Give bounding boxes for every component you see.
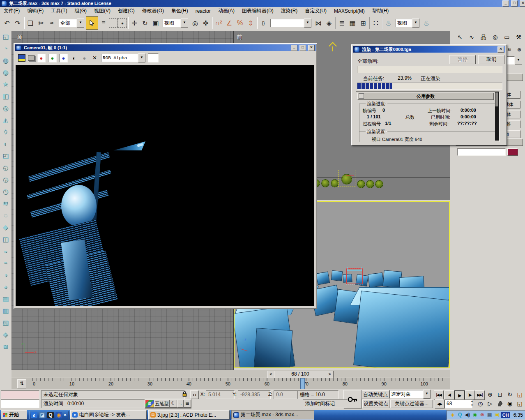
menu-item[interactable]: 修改器(O)	[138, 7, 168, 15]
left-toolbar-icon[interactable]: ≋	[0, 198, 11, 210]
selection-filter-dropdown[interactable]: 全部 ▼	[59, 19, 84, 27]
field-of-view-icon[interactable]: ▷	[486, 399, 495, 408]
undo-icon[interactable]: ↶	[2, 17, 12, 29]
selection-lock-icon[interactable]	[182, 391, 188, 397]
menu-item[interactable]: 创建(C)	[114, 7, 138, 15]
quicklaunch-ie-icon[interactable]: e	[31, 412, 37, 418]
chevron-down-icon[interactable]: ▼	[77, 18, 84, 28]
red-channel-button[interactable]: ●	[37, 54, 46, 62]
box-object-large[interactable]	[353, 291, 450, 368]
left-toolbar-icon[interactable]: ★	[0, 78, 11, 90]
render-type-dropdown[interactable]: 视图 ▼	[396, 19, 419, 27]
bind-to-spacewarp-icon[interactable]: ≈	[46, 17, 57, 29]
curve-editor-icon[interactable]: ▦	[347, 17, 358, 29]
vfb-maximize-button[interactable]: □	[299, 45, 306, 51]
set-key-mode-button[interactable]: 设置关键点	[362, 399, 389, 408]
redo-icon[interactable]: ↷	[12, 17, 23, 29]
command-panel-tab[interactable]: ∿	[467, 32, 477, 42]
render-progress-dialog[interactable]: 渲染 - 第二场景0000.tga ✕ 全部动画: 暂停 取消 当前任务: 23…	[351, 44, 507, 145]
left-toolbar-icon[interactable]: ◫	[0, 233, 11, 245]
time-slider-track[interactable]: < 68 / 100 >	[12, 370, 450, 378]
blue-channel-button[interactable]: ●	[59, 54, 68, 62]
time-configuration-icon[interactable]: ◷	[476, 399, 485, 408]
mini-curve-editor-button[interactable]: ⇅	[17, 379, 26, 388]
named-selection-sets-icon[interactable]: {}	[258, 17, 269, 29]
selection-region-icon[interactable]	[109, 18, 118, 28]
menu-item[interactable]: 帮助(H)	[368, 7, 393, 15]
ime-fullwidth-icon[interactable]: ☾	[170, 400, 177, 408]
menu-item[interactable]: MAXScript(M)	[330, 7, 368, 15]
quicklaunch-desktop-icon[interactable]: ◪	[39, 412, 46, 418]
time-slider-next-button[interactable]: >	[326, 371, 334, 378]
layer-manager-icon[interactable]: ≣	[336, 17, 347, 29]
angle-snap-icon[interactable]: ∠	[224, 17, 235, 29]
left-toolbar-icon[interactable]: ◵	[0, 162, 11, 174]
maxscript-mini-listener-white[interactable]	[1, 399, 39, 408]
quicklaunch-qq-icon[interactable]: Q	[47, 412, 54, 418]
gear-object[interactable]	[357, 180, 365, 188]
y-coordinate-field[interactable]: -928.385	[238, 390, 271, 399]
go-to-end-button[interactable]: ▶▶|	[475, 390, 485, 400]
add-time-tag[interactable]: 添加时间标记	[303, 399, 347, 408]
object-color-swatch[interactable]	[507, 148, 518, 156]
tray-network-icon[interactable]: ▦	[486, 411, 493, 419]
viewport-top-label[interactable]: 顶	[17, 34, 22, 41]
left-toolbar-icon[interactable]: ◶	[0, 174, 11, 186]
left-toolbar-icon[interactable]: ◷	[0, 186, 11, 198]
left-toolbar-icon[interactable]: ◊	[0, 126, 11, 138]
tray-network-signal-icon[interactable]: ◉	[472, 411, 478, 419]
left-toolbar-icon[interactable]: ▧	[0, 317, 11, 329]
menu-item[interactable]: 动画(A)	[214, 7, 238, 15]
left-toolbar-icon[interactable]: ◱	[0, 31, 11, 43]
unlink-icon[interactable]: ✂	[36, 17, 46, 29]
menu-item[interactable]: 组(G)	[71, 7, 90, 15]
left-toolbar-icon[interactable]: ▥	[0, 305, 11, 317]
left-toolbar-icon[interactable]: ◧	[0, 90, 11, 102]
gear-object[interactable]	[375, 180, 383, 188]
tray-security-icon[interactable]: ▣	[494, 411, 500, 419]
current-frame-field[interactable]: 68	[444, 399, 472, 408]
command-panel-tab[interactable]: ▭	[502, 32, 512, 42]
track-bar[interactable]: ⇅ 0102030405060708090100	[12, 378, 450, 389]
gear-object[interactable]	[321, 179, 329, 187]
monochrome-icon[interactable]: ◐	[70, 54, 78, 62]
orbit-icon[interactable]: ◉	[505, 399, 514, 408]
create-subcategory-tab[interactable]: ⊛	[515, 46, 524, 54]
quick-render-icon[interactable]: ♨	[421, 17, 432, 29]
rollout-collapse-icon[interactable]: -	[359, 93, 364, 99]
tray-icon-1[interactable]: ◈	[449, 411, 456, 419]
percent-snap-icon[interactable]: %	[235, 17, 245, 29]
go-to-start-button[interactable]: |◀◀	[434, 390, 444, 400]
virtual-frame-buffer-window[interactable]: Camera01, 帧 0 (1:1) _ □ ✕ ● ● ● ◐ ● × RG…	[14, 43, 317, 309]
schematic-view-icon[interactable]: ⊞	[358, 17, 368, 29]
tray-language-indicator[interactable]: CH	[501, 412, 510, 418]
select-and-scale-icon[interactable]: ▣	[150, 17, 161, 29]
z-coordinate-field[interactable]: 0.0	[274, 390, 299, 399]
channel-display-dropdown[interactable]: RGB Alpha ▼	[101, 54, 145, 62]
left-toolbar-icon[interactable]: ◆	[0, 222, 11, 233]
save-bitmap-icon[interactable]	[18, 54, 25, 62]
taskbar-task-1[interactable]: e 电白同乡论坛 -> 发表...	[70, 410, 147, 420]
snap-toggle-icon[interactable]: ∩²	[213, 17, 224, 29]
zoom-extents-icon[interactable]: ⊡	[495, 390, 504, 399]
left-toolbar-icon[interactable]: ▤	[0, 293, 11, 305]
tray-clock[interactable]: 6:35	[511, 412, 523, 418]
menu-item[interactable]: 视图(V)	[90, 7, 114, 15]
select-and-manipulate-icon[interactable]: ✜	[200, 17, 211, 29]
box-object[interactable]	[368, 272, 384, 288]
rollout-scrollbar[interactable]	[495, 92, 499, 141]
command-panel-tab[interactable]: 品	[478, 32, 488, 42]
left-toolbar-icon[interactable]: ◰	[0, 150, 11, 162]
left-toolbar-icon[interactable]: ◭	[0, 114, 11, 126]
select-and-move-icon[interactable]: ✛	[129, 17, 140, 29]
cancel-button[interactable]: 取消	[478, 55, 504, 64]
command-panel-tab[interactable]: ⚒	[513, 32, 524, 42]
menu-item[interactable]: 图表编辑器(D)	[238, 7, 277, 15]
pause-button[interactable]: 暂停	[449, 55, 476, 64]
arc-rotate-icon[interactable]: ↻	[505, 390, 514, 399]
vfb-close-button[interactable]: ✕	[308, 45, 315, 51]
key-mode-toggle-icon[interactable]: ◀▶	[435, 399, 444, 409]
common-parameters-rollout[interactable]: 公用参数	[357, 93, 494, 100]
select-by-name-icon[interactable]: ≡	[98, 17, 109, 29]
menu-item[interactable]: 自定义(U)	[301, 7, 330, 15]
